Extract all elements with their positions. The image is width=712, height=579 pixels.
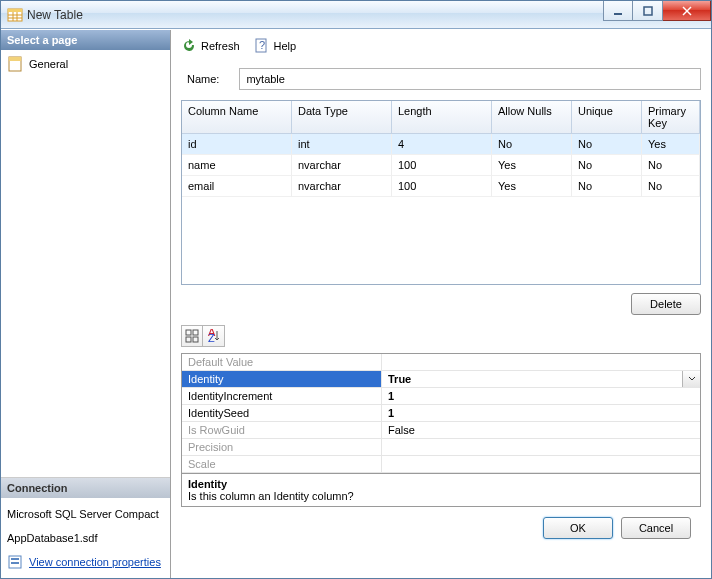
- table-name-input[interactable]: [239, 68, 701, 90]
- prop-precision[interactable]: Precision: [182, 439, 700, 456]
- svg-rect-1: [8, 9, 22, 12]
- connection-properties-link[interactable]: View connection properties: [29, 556, 161, 568]
- prop-default-value[interactable]: Default Value: [182, 354, 700, 371]
- dropdown-button[interactable]: [682, 371, 700, 387]
- svg-rect-19: [186, 337, 191, 342]
- table-row[interactable]: email nvarchar 100 Yes No No: [182, 176, 700, 197]
- svg-text:?: ?: [259, 39, 265, 51]
- help-button[interactable]: ? Help: [254, 38, 297, 54]
- svg-rect-7: [644, 7, 652, 15]
- col-hdr-type[interactable]: Data Type: [292, 101, 392, 134]
- sidebar-item-label: General: [29, 58, 68, 70]
- sidebar-item-general[interactable]: General: [7, 54, 164, 74]
- svg-rect-6: [614, 13, 622, 15]
- connection-database: AppDatabase1.sdf: [7, 524, 164, 552]
- property-description-text: Is this column an Identity column?: [188, 490, 694, 502]
- chevron-down-icon: [688, 375, 696, 383]
- help-label: Help: [274, 40, 297, 52]
- property-sort-toolbar: AZ: [181, 323, 701, 353]
- col-hdr-nulls[interactable]: Allow Nulls: [492, 101, 572, 134]
- refresh-label: Refresh: [201, 40, 240, 52]
- svg-text:Z: Z: [208, 332, 215, 343]
- table-row[interactable]: name nvarchar 100 Yes No No: [182, 155, 700, 176]
- svg-rect-13: [11, 558, 19, 560]
- svg-rect-18: [193, 330, 198, 335]
- dialog-window: New Table Select a page General Connecti…: [0, 0, 712, 579]
- categorized-icon: [185, 329, 199, 343]
- categorized-button[interactable]: [181, 325, 203, 347]
- property-description-title: Identity: [188, 478, 694, 490]
- refresh-button[interactable]: Refresh: [181, 38, 240, 54]
- table-row[interactable]: id int 4 No No Yes: [182, 134, 700, 155]
- sidebar-pages-header: Select a page: [1, 30, 170, 50]
- sidebar: Select a page General Connection Microso…: [1, 30, 171, 578]
- columns-grid[interactable]: Column Name Data Type Length Allow Nulls…: [181, 100, 701, 285]
- columns-grid-header: Column Name Data Type Length Allow Nulls…: [182, 101, 700, 134]
- cancel-button[interactable]: Cancel: [621, 517, 691, 539]
- columns-grid-body: id int 4 No No Yes name nvarchar 100 Yes…: [182, 134, 700, 284]
- toolbar: Refresh ? Help: [181, 36, 701, 62]
- col-hdr-name[interactable]: Column Name: [182, 101, 292, 134]
- col-hdr-pk[interactable]: Primary Key: [642, 101, 700, 134]
- property-grid[interactable]: Default Value IdentityTrue IdentityIncre…: [181, 353, 701, 474]
- prop-rowguid[interactable]: Is RowGuidFalse: [182, 422, 700, 439]
- refresh-icon: [181, 38, 197, 54]
- alphabetical-button[interactable]: AZ: [203, 325, 225, 347]
- connection-properties-link-row[interactable]: View connection properties: [7, 552, 164, 572]
- sidebar-connection-header: Connection: [1, 478, 170, 498]
- maximize-button[interactable]: [633, 1, 663, 21]
- prop-identity-increment[interactable]: IdentityIncrement1: [182, 388, 700, 405]
- close-button[interactable]: [663, 1, 711, 21]
- svg-rect-17: [186, 330, 191, 335]
- prop-identity-seed[interactable]: IdentitySeed1: [182, 405, 700, 422]
- col-hdr-unique[interactable]: Unique: [572, 101, 642, 134]
- svg-rect-14: [11, 562, 19, 564]
- prop-scale[interactable]: Scale: [182, 456, 700, 473]
- titlebar[interactable]: New Table: [1, 1, 711, 29]
- ok-button[interactable]: OK: [543, 517, 613, 539]
- svg-rect-20: [193, 337, 198, 342]
- properties-icon: [7, 554, 23, 570]
- name-label: Name:: [187, 73, 219, 85]
- page-icon: [7, 56, 23, 72]
- svg-rect-11: [9, 57, 21, 61]
- delete-button[interactable]: Delete: [631, 293, 701, 315]
- property-description: Identity Is this column an Identity colu…: [181, 474, 701, 507]
- connection-server: Microsoft SQL Server Compact: [7, 504, 164, 524]
- sort-icon: AZ: [207, 329, 221, 343]
- prop-identity[interactable]: IdentityTrue: [182, 371, 700, 388]
- window-title: New Table: [23, 8, 603, 22]
- main-panel: Refresh ? Help Name: Column Name Data Ty…: [171, 30, 711, 578]
- col-hdr-length[interactable]: Length: [392, 101, 492, 134]
- table-icon: [7, 7, 23, 23]
- minimize-button[interactable]: [603, 1, 633, 21]
- help-icon: ?: [254, 38, 270, 54]
